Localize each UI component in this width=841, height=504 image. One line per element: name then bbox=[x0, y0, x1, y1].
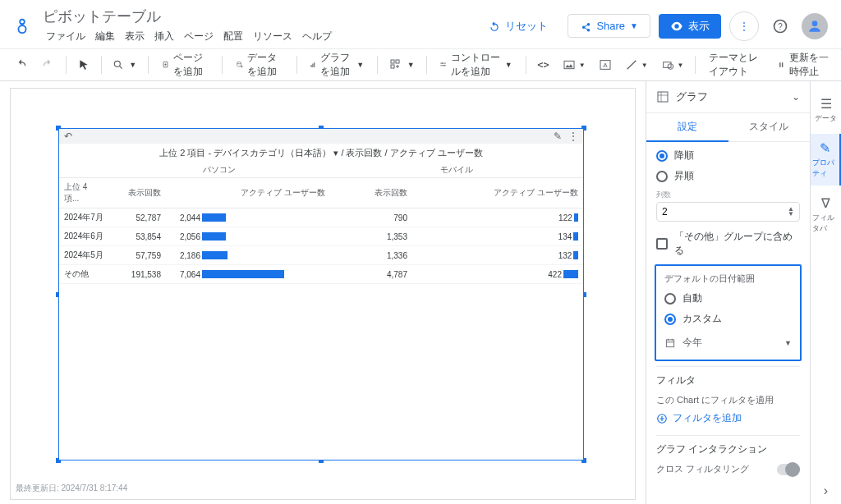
menu-edit[interactable]: 編集 bbox=[92, 28, 118, 45]
select-tool-button[interactable] bbox=[73, 56, 94, 74]
canvas-wrap: ↶ ✎ ⋮ 上位 2 項目 - デバイスカテゴリ（日本語） ▾ / 表示回数 /… bbox=[0, 81, 646, 504]
mobile-active-cell: 422 bbox=[412, 265, 583, 284]
last-updated-label: 最終更新日: 2024/7/31 8:17:44 bbox=[16, 483, 127, 494]
cross-filter-toggle[interactable] bbox=[777, 464, 800, 475]
undo-button[interactable] bbox=[10, 55, 33, 75]
menu-file[interactable]: ファイル bbox=[43, 28, 89, 45]
tab-setup[interactable]: 設定 bbox=[646, 113, 728, 142]
svg-point-14 bbox=[442, 62, 443, 64]
rail-expand[interactable]: › bbox=[811, 477, 841, 504]
share-button[interactable]: Share ▼ bbox=[568, 14, 650, 38]
rail-data[interactable]: ☰ データ bbox=[811, 89, 841, 131]
more-vert-icon: ⋮ bbox=[739, 21, 749, 32]
redo-button[interactable] bbox=[36, 55, 59, 75]
table-row: その他191,5387,0644,787422 bbox=[59, 265, 583, 284]
pc-active-cell: 2,044 bbox=[166, 208, 330, 227]
menu-arrange[interactable]: 配置 bbox=[220, 28, 246, 45]
pause-updates-button[interactable]: 更新を一時停止 bbox=[778, 51, 831, 79]
pivot-icon bbox=[656, 90, 669, 103]
app-logo-icon bbox=[13, 16, 33, 36]
column-count-label: 列数 bbox=[656, 190, 800, 200]
date-auto-label: 自動 bbox=[682, 291, 702, 305]
chart-more-icon[interactable]: ⋮ bbox=[568, 131, 578, 142]
chevron-down-icon: ▼ bbox=[579, 62, 586, 69]
reset-label: リセット bbox=[505, 19, 548, 34]
reset-button[interactable]: リセット bbox=[477, 14, 559, 39]
pc-views-cell: 52,787 bbox=[108, 208, 166, 227]
pc-active-cell: 2,186 bbox=[166, 246, 330, 265]
text-button[interactable]: A bbox=[594, 55, 617, 75]
title-area: ピボットテーブル ファイル 編集 表示 挿入 ページ 配置 リソース ヘルプ bbox=[43, 7, 467, 45]
chevron-down-icon: ▼ bbox=[129, 61, 136, 69]
undo-icon bbox=[15, 58, 28, 71]
chart-edit-icon[interactable]: ✎ bbox=[554, 131, 562, 142]
panel-header: グラフ ⌄ bbox=[646, 81, 810, 113]
date-auto-radio[interactable]: 自動 bbox=[664, 291, 792, 305]
tab-style[interactable]: スタイル bbox=[728, 113, 811, 142]
table-header-row: 上位 4 項... 表示回数 アクティブ ユーザー数 表示回数 アクティブ ユー… bbox=[59, 178, 583, 208]
menu-resource[interactable]: リソース bbox=[250, 28, 296, 45]
report-canvas[interactable]: ↶ ✎ ⋮ 上位 2 項目 - デバイスカテゴリ（日本語） ▾ / 表示回数 /… bbox=[10, 88, 636, 500]
chevron-down-icon: ▼ bbox=[630, 21, 638, 30]
svg-rect-21 bbox=[779, 62, 780, 67]
column-count-input[interactable]: ▲▼ bbox=[656, 202, 800, 222]
row-label: 2024年7月 bbox=[59, 208, 108, 227]
zoom-button[interactable]: ▼ bbox=[108, 56, 141, 74]
rail-filterbar[interactable]: ∇ フィルタバ bbox=[811, 189, 841, 241]
pause-icon bbox=[778, 59, 784, 71]
image-button[interactable]: ▼ bbox=[558, 55, 591, 75]
workspace: ↶ ✎ ⋮ 上位 2 項目 - デバイスカテゴリ（日本語） ▾ / 表示回数 /… bbox=[0, 81, 841, 504]
column-count-field[interactable] bbox=[662, 206, 788, 218]
stepper-arrows[interactable]: ▲▼ bbox=[788, 207, 794, 217]
include-other-label: 「その他」グループに含める bbox=[674, 230, 800, 258]
help-button[interactable]: ? bbox=[767, 13, 793, 39]
sort-desc-radio[interactable]: 降順 bbox=[656, 149, 800, 163]
line-button[interactable]: ▼ bbox=[620, 55, 653, 75]
svg-rect-22 bbox=[782, 62, 783, 67]
pc-active-cell: 7,064 bbox=[166, 265, 330, 284]
view-button[interactable]: 表示 bbox=[659, 14, 721, 39]
interaction-title: グラフ インタラクション bbox=[656, 442, 800, 456]
add-page-label: ページを追加 bbox=[173, 51, 209, 79]
date-picker[interactable]: 今年 ▼ bbox=[664, 332, 792, 353]
menu-insert[interactable]: 挿入 bbox=[151, 28, 177, 45]
group-pc: パソコン bbox=[108, 163, 330, 177]
sort-desc-label: 降順 bbox=[674, 149, 694, 163]
more-options-button[interactable]: ⋮ bbox=[729, 11, 759, 41]
pivot-table-chart[interactable]: ↶ ✎ ⋮ 上位 2 項目 - デバイスカテゴリ（日本語） ▾ / 表示回数 /… bbox=[58, 128, 584, 460]
eye-icon bbox=[670, 20, 683, 33]
add-filter-link[interactable]: フィルタを追加 bbox=[656, 411, 800, 425]
shape-button[interactable]: ▼ bbox=[656, 55, 689, 75]
page-plus-icon bbox=[162, 58, 170, 71]
add-page-button[interactable]: ページを追加 bbox=[155, 48, 216, 82]
user-avatar[interactable] bbox=[802, 13, 828, 39]
embed-button[interactable]: <> bbox=[532, 56, 554, 74]
include-other-checkbox[interactable]: 「その他」グループに含める bbox=[656, 230, 800, 258]
document-title[interactable]: ピボットテーブル bbox=[43, 7, 467, 26]
collapse-panel-icon[interactable]: ⌄ bbox=[792, 91, 800, 103]
menu-page[interactable]: ページ bbox=[181, 28, 217, 45]
svg-point-7 bbox=[237, 62, 241, 63]
chart-undo-icon[interactable]: ↶ bbox=[64, 131, 72, 142]
header-actions: リセット Share ▼ 表示 ⋮ ? bbox=[477, 11, 828, 41]
date-custom-radio[interactable]: カスタム bbox=[664, 312, 792, 326]
menu-view[interactable]: 表示 bbox=[122, 28, 148, 45]
row-label: 2024年5月 bbox=[59, 246, 108, 265]
sort-asc-radio[interactable]: 昇順 bbox=[656, 169, 800, 183]
side-rail: ☰ データ ✎ プロパティ ∇ フィルタバ › bbox=[810, 81, 841, 504]
add-chart-button[interactable]: グラフを追加 ▼ bbox=[303, 48, 370, 82]
add-control-button[interactable]: コントロールを追加 ▼ bbox=[433, 48, 518, 82]
properties-panel: グラフ ⌄ 設定 スタイル 降順 昇順 列数 ▲▼ bbox=[646, 81, 810, 504]
chart-toolbar: ↶ ✎ ⋮ bbox=[59, 129, 583, 144]
svg-rect-11 bbox=[391, 60, 394, 63]
rail-properties[interactable]: ✎ プロパティ bbox=[811, 134, 841, 186]
date-range-title: デフォルトの日付範囲 bbox=[664, 273, 792, 285]
mobile-active-cell: 132 bbox=[412, 246, 583, 265]
svg-point-0 bbox=[20, 19, 25, 24]
add-data-button[interactable]: データを追加 bbox=[229, 48, 290, 82]
menu-help[interactable]: ヘルプ bbox=[299, 28, 335, 45]
community-viz-button[interactable]: ▼ bbox=[384, 55, 420, 75]
mobile-active-cell: 134 bbox=[412, 227, 583, 246]
theme-layout-button[interactable]: テーマとレイアウト bbox=[702, 48, 771, 82]
line-icon bbox=[625, 58, 638, 71]
